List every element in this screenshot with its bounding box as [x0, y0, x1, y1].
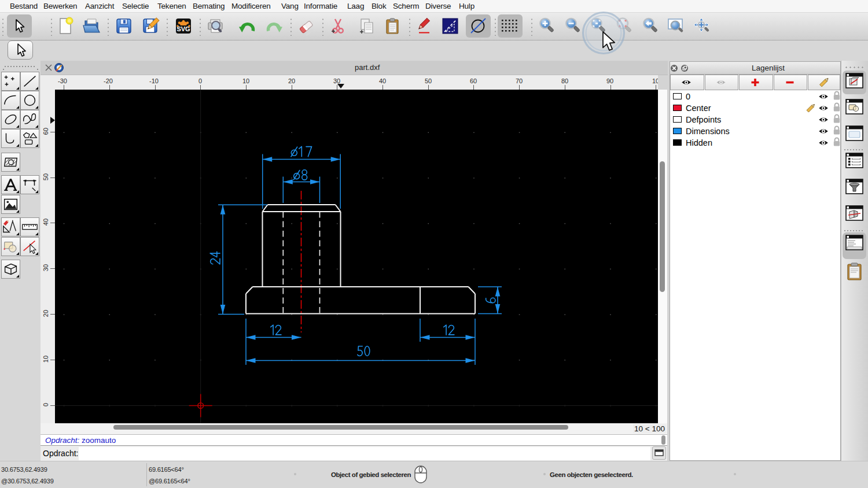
svg-text:SVG: SVG: [176, 25, 190, 32]
